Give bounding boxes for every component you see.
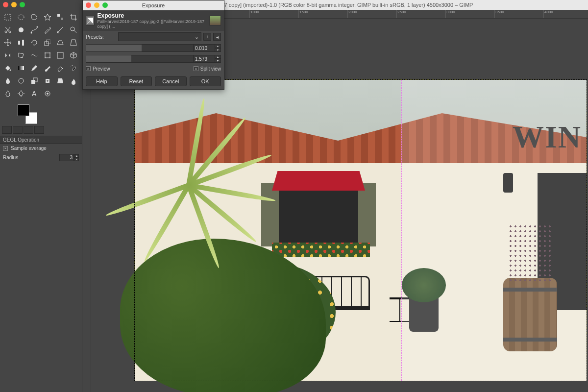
cancel-button[interactable]: Cancel bbox=[155, 76, 187, 86]
exposure-slider[interactable]: Exposure bbox=[86, 55, 194, 63]
dialog-button-row: Help Reset Cancel OK bbox=[83, 74, 224, 89]
exposure-value[interactable]: 1.579 bbox=[194, 55, 215, 63]
paths-tool-icon[interactable] bbox=[28, 24, 40, 36]
align-tool-icon[interactable] bbox=[15, 37, 27, 49]
flip-tool-icon[interactable] bbox=[2, 49, 14, 61]
preset-add-button[interactable]: + bbox=[203, 33, 211, 41]
svg-point-6 bbox=[19, 27, 24, 32]
move-tool-icon[interactable] bbox=[2, 37, 14, 49]
gegl-tool-icon[interactable] bbox=[42, 88, 53, 99]
split-view-guide[interactable] bbox=[401, 80, 402, 381]
ok-button[interactable]: OK bbox=[190, 76, 221, 86]
shear-tool-icon[interactable] bbox=[54, 37, 66, 49]
preview-label: Preview bbox=[93, 66, 110, 72]
tool-options-header: GEGL Operation bbox=[0, 136, 82, 144]
perspective-clone-tool-icon[interactable] bbox=[54, 75, 66, 87]
warp-tool-icon[interactable] bbox=[28, 49, 40, 61]
rotate-tool-icon[interactable] bbox=[28, 37, 40, 49]
scissors-tool-icon[interactable] bbox=[2, 24, 14, 36]
black-level-spinner[interactable]: ▴▾ bbox=[215, 44, 221, 52]
heal-tool-icon[interactable] bbox=[42, 75, 53, 87]
black-level-value[interactable]: 0.010 bbox=[194, 44, 215, 52]
perspective-tool-icon[interactable] bbox=[68, 37, 79, 49]
dock-tab-images[interactable] bbox=[24, 126, 33, 134]
measure-tool-icon[interactable] bbox=[54, 24, 66, 36]
close-icon[interactable] bbox=[3, 2, 8, 7]
ink-tool-icon[interactable] bbox=[2, 75, 14, 87]
splitview-label: Split view bbox=[200, 66, 221, 72]
sample-average-checkbox[interactable]: × bbox=[3, 146, 8, 151]
handle-transform-tool-icon[interactable] bbox=[54, 49, 66, 61]
presets-dropdown[interactable]: ⌄ bbox=[118, 32, 201, 41]
radius-spinner[interactable]: ▴▾ bbox=[74, 154, 79, 161]
dock-tab-undo[interactable] bbox=[34, 126, 44, 134]
slider-row-exposure: Exposure1.579▴▾ bbox=[83, 53, 224, 64]
canvas-image[interactable]: WIN bbox=[134, 79, 587, 381]
free-select-tool-icon[interactable] bbox=[28, 11, 40, 23]
text-tool-icon[interactable]: A bbox=[28, 88, 40, 99]
black-level-slider[interactable]: Black level bbox=[86, 44, 194, 52]
reset-button[interactable]: Reset bbox=[121, 76, 152, 86]
dialog-title: Exposure bbox=[98, 12, 206, 19]
main-window-title: est2019-187 copy] (imported)-1.0 (RGB co… bbox=[197, 2, 473, 8]
dock-tab-devices[interactable] bbox=[13, 126, 23, 134]
color-picker-tool-icon[interactable] bbox=[42, 24, 53, 36]
preview-checkbox[interactable]: × bbox=[86, 66, 91, 71]
gradient-tool-icon[interactable] bbox=[15, 62, 27, 74]
mypaint-brush-tool-icon[interactable] bbox=[15, 75, 27, 87]
chevron-down-icon: ⌄ bbox=[195, 34, 199, 40]
toolbox-panel: A GEGL Operation × Sample average Radius… bbox=[0, 0, 82, 392]
dodge-tool-icon[interactable] bbox=[15, 88, 27, 99]
crop-tool-icon[interactable] bbox=[68, 11, 79, 23]
svg-point-20 bbox=[10, 70, 11, 71]
smudge-tool-icon[interactable] bbox=[68, 75, 79, 87]
radius-input[interactable] bbox=[59, 154, 74, 161]
dialog-header: Exposure FallHarvest2019-187 copy.jpg-2 … bbox=[83, 10, 224, 31]
dialog-zoom-icon[interactable] bbox=[102, 2, 108, 8]
bucket-fill-tool-icon[interactable] bbox=[2, 62, 14, 74]
scale-tool-icon[interactable] bbox=[42, 37, 53, 49]
3d-transform-tool-icon[interactable] bbox=[68, 49, 79, 61]
paintbrush-tool-icon[interactable] bbox=[42, 62, 53, 74]
dialog-close-icon[interactable] bbox=[86, 2, 91, 8]
ruler-tick: 2000 bbox=[347, 10, 357, 18]
ruler-tick: 1000 bbox=[249, 10, 259, 18]
exposure-spinner[interactable]: ▴▾ bbox=[215, 55, 221, 63]
fg-bg-color-swatch[interactable] bbox=[18, 104, 37, 124]
svg-rect-11 bbox=[22, 40, 24, 46]
unified-transform-tool-icon[interactable] bbox=[42, 49, 53, 61]
dock-tab-tool-options[interactable] bbox=[2, 126, 12, 134]
eraser-tool-icon[interactable] bbox=[54, 62, 66, 74]
preset-menu-button[interactable]: ◂ bbox=[213, 33, 221, 41]
blur-tool-icon[interactable] bbox=[2, 88, 14, 99]
ruler-tick: 3500 bbox=[494, 10, 504, 18]
photo-window bbox=[277, 183, 360, 246]
splitview-checkbox[interactable]: × bbox=[194, 66, 198, 71]
ruler-tick: 3000 bbox=[445, 10, 455, 18]
foreground-select-tool-icon[interactable] bbox=[15, 24, 27, 36]
clone-tool-icon[interactable] bbox=[28, 75, 40, 87]
ruler-tick: 1500 bbox=[298, 10, 308, 18]
fg-color-swatch[interactable] bbox=[18, 104, 29, 116]
zoom-icon[interactable] bbox=[20, 2, 25, 7]
exposure-icon bbox=[86, 16, 95, 25]
minimize-icon[interactable] bbox=[11, 2, 17, 7]
by-color-select-tool-icon[interactable] bbox=[54, 11, 66, 23]
preview-options-row: × Preview × Split view bbox=[83, 64, 224, 74]
toolbox-traffic-lights bbox=[0, 0, 82, 9]
cage-tool-icon[interactable] bbox=[15, 49, 27, 61]
ellipse-select-tool-icon[interactable] bbox=[15, 11, 27, 23]
airbrush-tool-icon[interactable] bbox=[68, 62, 79, 74]
svg-point-4 bbox=[5, 31, 7, 33]
pencil-tool-icon[interactable] bbox=[28, 62, 40, 74]
svg-point-22 bbox=[19, 78, 24, 83]
fuzzy-select-tool-icon[interactable] bbox=[42, 11, 53, 23]
dialog-titlebar[interactable]: Exposure bbox=[83, 0, 224, 10]
rect-select-tool-icon[interactable] bbox=[2, 11, 14, 23]
sample-average-row: × Sample average bbox=[0, 144, 82, 152]
zoom-tool-icon[interactable] bbox=[68, 24, 79, 36]
ruler-tick: 2500 bbox=[396, 10, 406, 18]
dialog-minimize-icon[interactable] bbox=[94, 2, 99, 8]
help-button[interactable]: Help bbox=[86, 76, 118, 86]
svg-point-9 bbox=[71, 27, 74, 31]
